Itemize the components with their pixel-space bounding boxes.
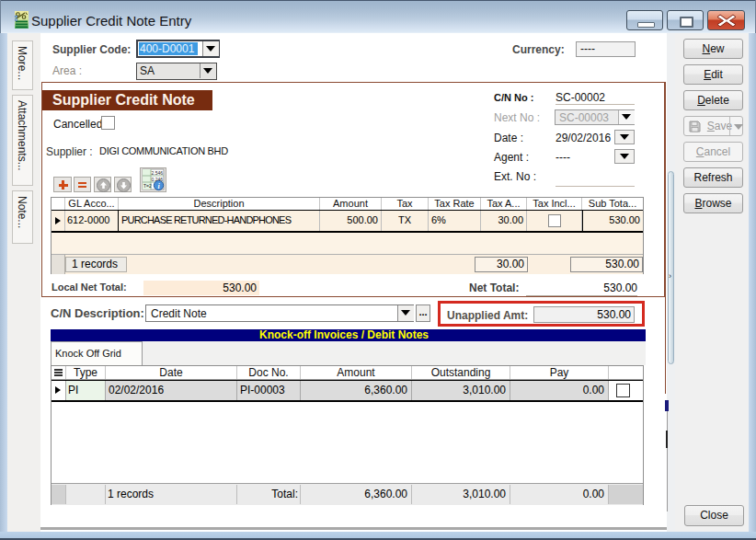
svg-text:T=2: T=2	[143, 183, 152, 189]
svg-text:2.546: 2.546	[151, 170, 163, 176]
